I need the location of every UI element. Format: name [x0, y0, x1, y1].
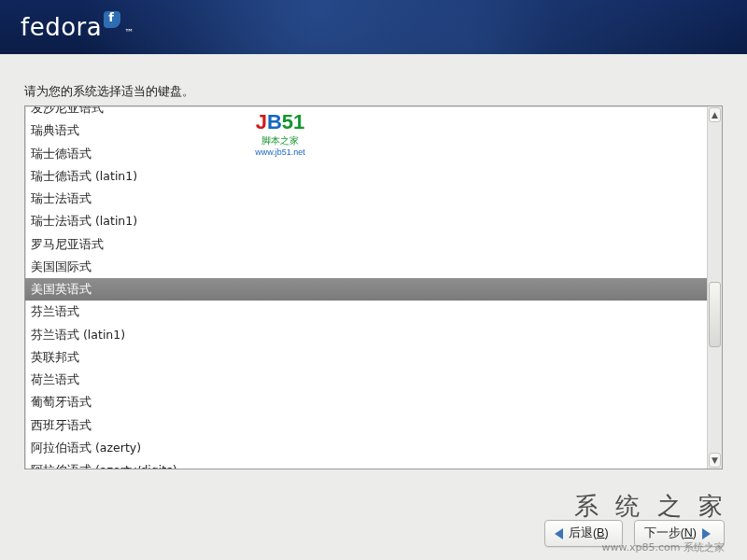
- keyboard-option[interactable]: 罗马尼亚语式: [25, 233, 707, 256]
- footer-buttons: 后退(B) 下一步(N): [544, 520, 725, 547]
- header-banner: fedora ™: [0, 0, 747, 54]
- keyboard-option[interactable]: 英联邦式: [25, 346, 707, 369]
- arrow-right-icon: [702, 528, 711, 539]
- trademark: ™: [124, 27, 134, 41]
- keyboard-option[interactable]: 瑞士法语式 (latin1): [25, 210, 707, 232]
- main-content: 请为您的系统选择适当的键盘。 发沙尼亚语式瑞典语式瑞士德语式瑞士德语式 (lat…: [0, 54, 747, 469]
- keyboard-list-frame: 发沙尼亚语式瑞典语式瑞士德语式瑞士德语式 (latin1)瑞士法语式瑞士法语式 …: [24, 105, 723, 469]
- next-label: 下一步(N): [644, 525, 697, 541]
- watermark-xtzj: 系 统 之 家: [574, 490, 729, 523]
- back-label: 后退(B): [569, 525, 609, 541]
- fedora-logo: fedora ™: [21, 13, 134, 41]
- keyboard-option[interactable]: 阿拉伯语式 (azerty): [25, 437, 707, 459]
- scroll-down-button[interactable]: ▼: [709, 453, 721, 468]
- scroll-track[interactable]: [708, 123, 722, 452]
- keyboard-list[interactable]: 发沙尼亚语式瑞典语式瑞士德语式瑞士德语式 (latin1)瑞士法语式瑞士法语式 …: [25, 106, 707, 469]
- keyboard-option[interactable]: 美国国际式: [25, 256, 707, 278]
- keyboard-option[interactable]: 瑞士德语式: [25, 143, 707, 165]
- keyboard-option[interactable]: 西班牙语式: [25, 414, 707, 437]
- scroll-thumb[interactable]: [709, 282, 721, 347]
- keyboard-option[interactable]: 芬兰语式: [25, 301, 707, 323]
- arrow-left-icon: [555, 528, 563, 539]
- fedora-bubble-icon: [104, 11, 120, 28]
- next-button[interactable]: 下一步(N): [634, 520, 725, 547]
- keyboard-option[interactable]: 美国英语式: [25, 278, 707, 301]
- scroll-up-button[interactable]: ▲: [709, 107, 721, 122]
- brand-name: fedora: [21, 13, 102, 41]
- keyboard-option[interactable]: 芬兰语式 (latin1): [25, 324, 707, 346]
- keyboard-option[interactable]: 葡萄牙语式: [25, 391, 707, 413]
- keyboard-option[interactable]: 瑞士德语式 (latin1): [25, 165, 707, 188]
- keyboard-option[interactable]: 瑞士法语式: [25, 188, 707, 210]
- back-button[interactable]: 后退(B): [544, 520, 623, 547]
- keyboard-option[interactable]: 瑞典语式: [25, 119, 707, 142]
- scrollbar[interactable]: ▲ ▼: [707, 106, 722, 469]
- prompt-text: 请为您的系统选择适当的键盘。: [24, 84, 723, 100]
- keyboard-option[interactable]: 荷兰语式: [25, 369, 707, 391]
- keyboard-option[interactable]: 阿拉伯语式 (azerty/digits): [25, 459, 707, 469]
- keyboard-option[interactable]: 发沙尼亚语式: [25, 106, 707, 119]
